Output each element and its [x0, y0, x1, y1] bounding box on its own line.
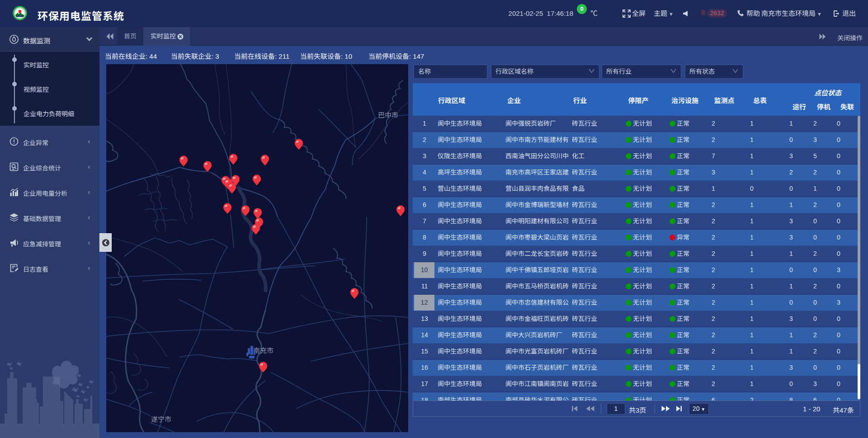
svg-text:巴中市: 巴中市 [378, 111, 398, 119]
svg-text:遂宁市: 遂宁市 [151, 415, 171, 423]
svg-text:南充市: 南充市 [253, 347, 274, 354]
